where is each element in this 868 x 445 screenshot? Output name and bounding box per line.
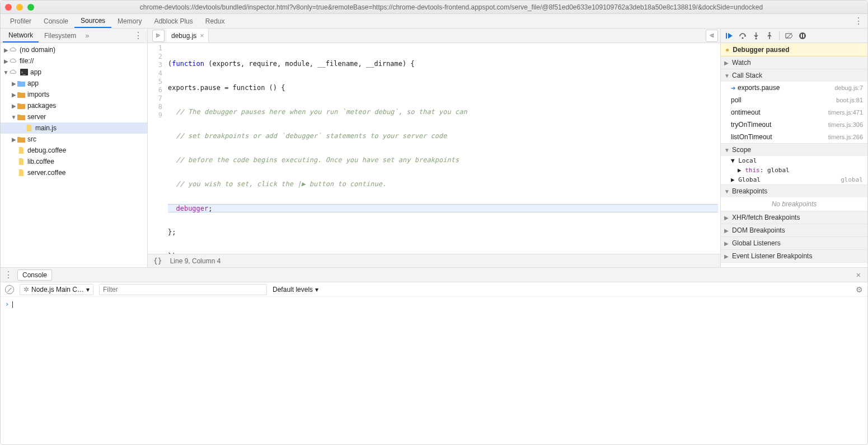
step-into-button[interactable] [751,31,761,41]
debugger-toolbar [721,29,867,43]
step-out-button[interactable] [764,31,775,41]
scope-global[interactable]: ▶ Global global [721,175,867,184]
tree-file-server-coffee[interactable]: server.coffee [1,167,147,178]
xhr-breakpoints-header[interactable]: ▶XHR/fetch Breakpoints [721,211,867,224]
code: // you wish to set, click the |▶ button … [168,180,386,188]
node-label: server [27,113,46,121]
navigator-more-menu[interactable]: ⋮ [134,30,143,41]
dom-breakpoints-header[interactable]: ▶DOM Breakpoints [721,224,867,236]
tree-node-app-root[interactable]: ▼ ›_ app [1,67,147,78]
breakpoints-section-header[interactable]: ▼Breakpoints [721,185,867,197]
node-label: (no domain) [20,46,55,54]
folder-icon [17,113,25,121]
tab-profiler[interactable]: Profiler [4,14,37,28]
code: ; [208,205,212,212]
clear-console-button[interactable] [5,285,14,294]
stack-frame[interactable]: tryOnTimeouttimers.js:306 [721,119,867,131]
tab-redux[interactable]: Redux [199,14,231,28]
tree-folder-server[interactable]: ▼ server [1,111,147,122]
scope-value: global [841,176,863,183]
scope-local[interactable]: ▼ Local [721,156,867,165]
watch-section-header[interactable]: ▶Watch [721,56,867,69]
scope-section-header[interactable]: ▼Scope [721,144,867,156]
svg-rect-9 [803,34,804,37]
node-label: app [27,79,39,87]
panel-tabs: Profiler Console Sources Memory Adblock … [1,14,867,29]
stack-frame[interactable]: ontimeouttimers.js:471 [721,106,867,119]
code [168,205,176,212]
resume-button[interactable] [724,31,734,41]
context-selector[interactable]: ✲ Node.js Main C… ▾ [20,284,93,295]
file-icon [25,124,33,132]
navigator-tab-network[interactable]: Network [3,29,39,42]
tree-node-no-domain[interactable]: ▶ (no domain) [1,44,147,55]
console-prompt[interactable]: › [1,297,867,444]
frame-fn: exports.pause [738,84,780,92]
more-menu-button[interactable]: ⋮ [854,16,863,26]
tree-node-file[interactable]: ▶ file:// [1,55,147,67]
frame-where: debug.js:7 [834,84,863,91]
section-title: Event Listener Breakpoints [732,252,812,260]
more-tabs-icon[interactable]: » [85,31,89,40]
step-over-button[interactable] [738,31,748,41]
tree-folder-app[interactable]: ▶ app [1,78,147,89]
tree-file-main-js[interactable]: main.js [1,122,147,134]
callstack-section-header[interactable]: ▼Call Stack [721,69,867,82]
stack-frame[interactable]: ➔exports.pausedebug.js:7 [721,82,867,94]
code-area[interactable]: (function (exports, require, module, __f… [166,43,720,254]
section-title: Scope [732,146,751,154]
code: }; [168,228,176,236]
console-filter-input[interactable] [99,284,267,295]
section-title: Watch [732,59,751,67]
tree-folder-imports[interactable]: ▶ imports [1,89,147,100]
console-drawer: ⋮ Console × ✲ Node.js Main C… ▾ Default … [1,268,867,444]
tab-memory[interactable]: Memory [111,14,148,28]
deactivate-breakpoints-button[interactable] [784,31,794,41]
event-listener-breakpoints-header[interactable]: ▶Event Listener Breakpoints [721,250,867,262]
cloud-icon [9,57,17,65]
context-icon: ✲ [24,286,29,293]
drawer-menu-button[interactable]: ⋮ [4,269,13,280]
folder-icon [17,102,25,110]
tab-adblock-plus[interactable]: Adblock Plus [148,14,199,28]
close-window-button[interactable] [5,4,12,11]
pretty-print-button[interactable]: {} [153,257,162,265]
pause-exceptions-button[interactable] [797,31,808,41]
code: // The debugger pauses here when you run… [168,108,467,116]
svg-rect-2 [726,33,727,39]
scope-this[interactable]: ▶ this: global [721,165,867,175]
stack-frame[interactable]: pollboot.js:81 [721,94,867,106]
tree-folder-src[interactable]: ▶ src [1,134,147,145]
code: // before the code begins executing. Onc… [168,156,459,164]
stack-frame[interactable]: listOnTimeouttimers.js:266 [721,131,867,143]
navigator-tab-filesystem[interactable]: Filesystem [39,29,82,42]
debugger-panel: ● Debugger paused ▶Watch ▼Call Stack ➔ex… [721,29,867,267]
close-tab-icon[interactable]: × [200,32,204,40]
toggle-debugger-button[interactable]: ⫷ [706,30,718,42]
console-settings-button[interactable]: ⚙ [856,285,863,294]
tree-folder-packages[interactable]: ▶ packages [1,100,147,111]
global-listeners-header[interactable]: ▶Global Listeners [721,237,867,249]
scope-value: : global [760,167,790,174]
tab-sources[interactable]: Sources [74,14,111,28]
tree-file-lib-coffee[interactable]: lib.coffee [1,156,147,167]
frame-fn: listOnTimeout [731,133,772,141]
tree-file-debug-coffee[interactable]: debug.coffee [1,145,147,156]
section-title: DOM Breakpoints [732,226,785,234]
maximize-window-button[interactable] [27,4,34,11]
chevron-down-icon: ▾ [86,286,90,293]
minimize-window-button[interactable] [16,4,23,11]
toggle-navigator-button[interactable]: ⫸ [152,30,165,42]
file-tab-debug-js[interactable]: debug.js × [167,29,209,42]
tab-console[interactable]: Console [37,14,74,28]
line-gutter[interactable]: 123456789 [148,43,166,254]
folder-icon [17,79,25,87]
drawer-tab-console[interactable]: Console [17,269,52,281]
no-breakpoints-label: No breakpoints [721,197,867,211]
log-levels-selector[interactable]: Default levels ▾ [273,286,318,293]
close-drawer-button[interactable]: × [856,271,861,280]
node-label: file:// [20,57,34,65]
titlebar: chrome-devtools://devtools/bundled/inspe… [1,1,867,14]
node-label: server.coffee [27,169,65,177]
section-title: Breakpoints [732,187,767,195]
